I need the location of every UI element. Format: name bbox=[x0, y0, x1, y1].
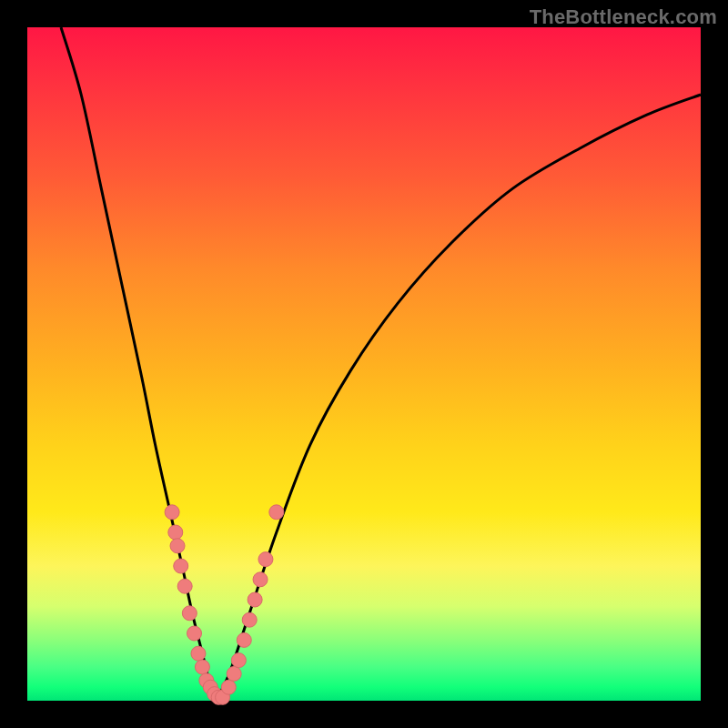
scatter-dot bbox=[253, 572, 268, 587]
scatter-dot bbox=[168, 525, 183, 540]
plot-area bbox=[27, 27, 701, 701]
scatter-dot bbox=[195, 660, 209, 674]
scatter-dot bbox=[237, 632, 251, 647]
scatter-dot bbox=[165, 505, 179, 520]
watermark-text: TheBottleneck.com bbox=[530, 5, 717, 29]
scatter-dot bbox=[227, 666, 241, 681]
scatter-dot bbox=[231, 653, 246, 668]
curve-right bbox=[216, 95, 701, 701]
scatter-dot bbox=[221, 680, 236, 694]
chart-frame: TheBottleneck.com bbox=[0, 0, 728, 728]
scatter-dot bbox=[248, 592, 262, 607]
scatter-dot bbox=[269, 505, 284, 520]
scatter-dot bbox=[170, 539, 185, 553]
scatter-dot bbox=[258, 552, 273, 567]
curve-left bbox=[61, 27, 216, 701]
scatter-points bbox=[165, 505, 284, 705]
chart-svg bbox=[27, 27, 701, 701]
scatter-dot bbox=[187, 626, 202, 641]
scatter-dot bbox=[242, 612, 257, 627]
scatter-dot bbox=[177, 579, 192, 593]
scatter-dot bbox=[182, 606, 197, 621]
scatter-dot bbox=[174, 559, 188, 573]
scatter-dot bbox=[191, 646, 206, 661]
